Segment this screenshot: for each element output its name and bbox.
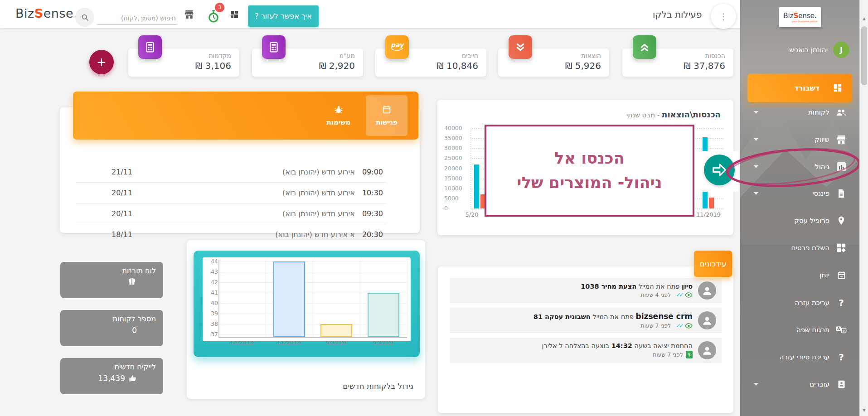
quick-add-button[interactable]: + <box>89 50 114 74</box>
sidebar-scrollbar[interactable]: ▲ ▼ <box>859 0 868 416</box>
sidebar-item-complete-details[interactable]: השלם פרטים <box>740 239 859 256</box>
page-title: פעילות בלקו <box>653 9 702 20</box>
stat-label: הכנסות <box>684 52 725 59</box>
notification-badge: 3 <box>215 3 224 12</box>
bizsense-dashboard: BizSense. 3 איך אפשר לעזור ? פעילות בלקו… <box>0 0 868 416</box>
sidebar-item-employees[interactable]: עובדים <box>740 376 859 393</box>
popup-line2: ניהול- המוצרים שלי <box>517 173 662 193</box>
stat-value: 37,876 ₪ <box>684 60 725 71</box>
sidebar-item-marketing[interactable]: שיווק <box>740 131 859 148</box>
kpi-label: לוח תובנות <box>60 266 156 275</box>
event-date: 20/11 <box>112 209 132 218</box>
update-row[interactable]: bizsense crm פתח את המייל חשבונית עסקה 8… <box>450 308 722 333</box>
page-menu-button[interactable]: ⋮ <box>711 4 736 29</box>
stat-label: הוצאות <box>565 52 601 59</box>
kpi-card-new-likes[interactable]: לייקים חדשים 13,439 <box>60 358 163 394</box>
calculator-icon <box>262 35 286 59</box>
event-row[interactable]: 10:30 אירוע חדש (יהונתן בוא) 20/11 <box>76 183 387 203</box>
kpi-card-customers-count[interactable]: מספר לקוחות 0 <box>60 310 163 346</box>
svg-text:A: A <box>837 327 840 331</box>
sidebar-item-edit-help[interactable]: ? עריכת עזרה <box>740 294 859 311</box>
search-icon <box>81 14 89 21</box>
tab-meetings[interactable]: פגישות <box>366 95 407 136</box>
chevron-down-icon <box>754 138 758 141</box>
sidebar-item-business-profile[interactable]: פרופיל עסק <box>740 212 859 229</box>
sidebar-logo: BizSense. your business online <box>779 7 821 27</box>
event-time: 20:30 <box>362 230 383 239</box>
person-icon <box>701 314 713 326</box>
calendar-icon <box>836 270 847 281</box>
store-icon[interactable] <box>184 10 194 21</box>
update-meta: $ לפני 7 שעות <box>542 351 693 358</box>
eye-icon <box>685 292 693 298</box>
scroll-up-arrow[interactable]: ▲ <box>860 16 868 21</box>
sidebar-item-calendar[interactable]: יומן <box>740 266 859 284</box>
sidebar-item-translate[interactable]: Aע תרגום שפה <box>740 321 859 339</box>
tab-tasks[interactable]: משימות <box>318 95 359 136</box>
stat-label: חייבים <box>436 52 478 59</box>
sidebar-user[interactable]: J יהונתן בואניש <box>740 42 859 58</box>
puzzle-icon <box>836 242 847 253</box>
update-text: סיון פתח את המייל הצעת מחיר 1038 <box>581 283 693 290</box>
event-time: 09:00 <box>362 168 383 176</box>
scrollbar-thumb[interactable] <box>861 26 867 85</box>
kpi-label: לייקים חדשים <box>60 363 156 371</box>
chevron-down-icon <box>754 192 758 195</box>
kpi-value: 0 <box>60 326 137 335</box>
thumbs-up-icon <box>129 374 137 382</box>
user-avatar: J <box>833 42 849 58</box>
avatar <box>698 281 716 300</box>
store-icon <box>836 134 847 145</box>
meetings-header: פגישות משימות <box>73 92 418 140</box>
stat-label: מע"מ <box>319 52 355 59</box>
event-title: א אירוע חדש (יהונתן בוא) <box>275 230 355 239</box>
search-input[interactable] <box>97 12 177 25</box>
apps-grid-icon[interactable] <box>230 10 239 21</box>
update-meta: ✓✓ לפני 4 שעות <box>581 291 693 298</box>
stat-value: 5,926 ₪ <box>565 60 601 71</box>
event-date: 20/11 <box>112 189 132 197</box>
arrow-right-icon <box>710 161 728 179</box>
event-row[interactable]: 09:00 אירוע חדש (יהונתן בוא) 21/11 <box>76 162 387 183</box>
calculator-icon <box>138 35 162 59</box>
scroll-down-arrow[interactable]: ▼ <box>860 408 868 412</box>
update-text: bizsense crm פתח את המייל חשבונית עסקה 8… <box>533 312 693 321</box>
search-button[interactable] <box>75 8 94 27</box>
bug-icon <box>334 105 344 115</box>
event-title: אירוע חדש (יהונתן בוא) <box>282 168 355 176</box>
event-title: אירוע חדש (יהונתן בוא) <box>282 189 355 197</box>
kpi-label: מספר לקוחות <box>60 314 156 323</box>
user-name: יהונתן בואניש <box>789 46 828 54</box>
stat-label: מקדמות <box>195 52 231 59</box>
event-time: 10:30 <box>362 189 383 197</box>
avatar <box>698 341 716 359</box>
growth-plot: 444342414039383710/201911/20198/20199/20… <box>203 257 411 341</box>
event-date: 21/11 <box>112 168 132 176</box>
kpi-card-insights[interactable]: לוח תובנות <box>60 262 163 298</box>
dashboard-icon <box>832 82 843 93</box>
help-button[interactable]: איך אפשר לעזור ? <box>248 5 319 27</box>
top-header: BizSense. 3 איך אפשר לעזור ? פעילות בלקו <box>0 0 740 28</box>
sidebar: BizSense. your business online J יהונתן … <box>740 0 859 416</box>
update-row[interactable]: סיון פתח את המייל הצעת מחיר 1038 ✓✓ לפני… <box>450 278 722 303</box>
kpi-value: 13,439 <box>98 374 125 383</box>
sidebar-item-customers[interactable]: לקוחות <box>740 104 859 121</box>
event-row[interactable]: 09:30 אירוע חדש (יהונתן בוא) 20/11 <box>76 203 387 224</box>
event-title: אירוע חדש (יהונתן בוא) <box>282 209 355 218</box>
event-date: 18/11 <box>112 230 132 239</box>
person-icon <box>701 344 713 356</box>
popup-next-button[interactable] <box>704 155 735 185</box>
question-icon: ? <box>836 297 847 308</box>
update-row[interactable]: החתמת יציאה בשעה 14:32 בוצעה בהצלחה ל אל… <box>450 338 722 363</box>
question-icon: ? <box>836 352 847 363</box>
sidebar-item-management[interactable]: ניהול <box>740 158 859 175</box>
updates-button[interactable]: עידכונים <box>694 251 732 277</box>
document-icon <box>836 188 847 199</box>
event-time: 09:30 <box>362 209 383 218</box>
stopwatch-icon[interactable] <box>208 10 219 24</box>
brain-icon <box>127 278 137 286</box>
sidebar-item-dashboard[interactable]: דשבורד <box>747 74 852 102</box>
stat-value: 3,106 ₪ <box>195 60 231 71</box>
sidebar-item-finance[interactable]: פיננסי <box>740 185 859 202</box>
sidebar-item-edit-help-tours[interactable]: ? עריכת סיורי עזרה <box>740 348 859 366</box>
